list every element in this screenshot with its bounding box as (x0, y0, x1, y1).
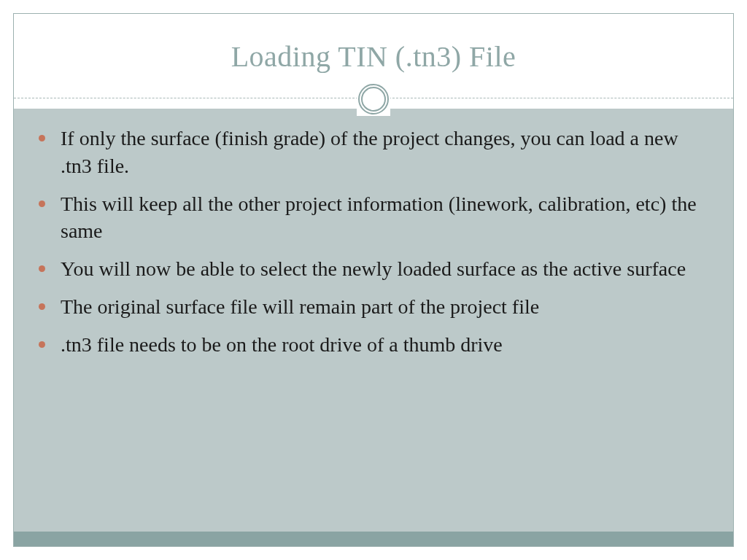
svg-point-1 (362, 88, 385, 111)
bullet-list: If only the surface (finish grade) of th… (14, 109, 733, 385)
presentation-slide: Loading TIN (.tn3) File If only the surf… (0, 0, 747, 560)
list-item: The original surface file will remain pa… (58, 293, 707, 321)
list-item: You will now be able to select the newly… (58, 255, 707, 283)
bottom-accent-bar (14, 532, 733, 546)
list-item: .tn3 file needs to be on the root drive … (58, 331, 707, 359)
list-item: This will keep all the other project inf… (58, 190, 707, 246)
circle-ornament-icon (357, 82, 390, 116)
slide-body: If only the surface (finish grade) of th… (14, 109, 733, 546)
slide-title: Loading TIN (.tn3) File (231, 39, 516, 74)
list-item: If only the surface (finish grade) of th… (58, 125, 707, 180)
